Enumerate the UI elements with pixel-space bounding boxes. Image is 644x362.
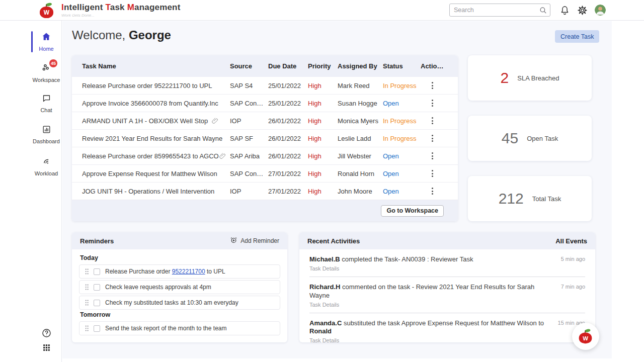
app-logo-icon: W [579, 329, 593, 344]
create-task-button[interactable]: Create Task [555, 30, 599, 43]
help-icon [41, 331, 52, 340]
search-icon[interactable] [539, 6, 547, 15]
search-input[interactable] [450, 7, 539, 14]
column-header: Task Name [82, 62, 230, 70]
column-header: Due Date [268, 62, 308, 70]
user-avatar[interactable] [595, 5, 606, 16]
priority-cell: High [308, 188, 338, 195]
alarm-add-icon [230, 236, 237, 245]
due-date-cell: 27/01/2022 [268, 170, 308, 177]
recent-activities-panel: Recent Activities All Events Michael.B c… [299, 232, 595, 342]
task-name-cell: Approve Expense Request for Matthew Wils… [82, 170, 230, 177]
assigned-by-cell: John Moore [338, 188, 383, 195]
top-header: W Intelligent Task Management Work Gets … [0, 0, 644, 21]
app-logo-icon: W [39, 3, 54, 19]
reminder-item[interactable]: Check my substituted tasks at 10:30 am e… [79, 296, 280, 310]
due-date-cell: 25/01/2022 [268, 100, 308, 107]
column-header: Source [230, 62, 268, 70]
sidebar-item-home[interactable]: Home [31, 32, 61, 52]
assigned-by-cell: Mark Reed [338, 82, 383, 89]
table-row[interactable]: Approve Invoice 3566000078 from Quantify… [72, 95, 458, 112]
table-row[interactable]: JOG UNIT 9H - Operations / Well Interven… [72, 183, 458, 200]
row-actions-kebab-icon[interactable] [429, 98, 436, 109]
floating-assistant-button[interactable]: W [572, 323, 599, 350]
drag-handle-icon[interactable] [85, 284, 89, 291]
status-cell: In Progress [383, 117, 421, 125]
column-header: Actions [421, 62, 448, 70]
due-date-cell: 26/01/2022 [268, 117, 308, 125]
activities-list: Michael.B completed the Task- AN0039 : R… [299, 249, 595, 342]
task-name-cell: Release Purchase order 8599655423 to AGC… [82, 152, 230, 160]
reminder-checkbox[interactable] [94, 268, 100, 275]
task-table-body: Release Purchase order 9522211700 to UPL… [72, 77, 458, 200]
source-cell: SAP Concur [230, 100, 268, 107]
task-name-cell: Review 2021 Year End Results for Sarah W… [82, 135, 230, 142]
row-actions-kebab-icon[interactable] [429, 168, 436, 179]
help-button[interactable] [31, 328, 61, 340]
row-actions-kebab-icon[interactable] [429, 115, 436, 126]
table-row[interactable]: Review 2021 Year End Results for Sarah W… [72, 130, 458, 147]
drag-handle-icon[interactable] [85, 325, 89, 332]
row-actions-kebab-icon[interactable] [429, 150, 436, 161]
source-cell: SAP SF [230, 135, 268, 142]
stat-card-total-task[interactable]: 212Total Task [468, 176, 592, 221]
sidebar-item-dashboard[interactable]: Dashboard [31, 125, 61, 144]
sidebar-item-label: Chat [31, 107, 61, 113]
column-header: Priority [308, 62, 338, 70]
task-name-cell: JOG UNIT 9H - Operations / Well Interven… [82, 188, 230, 195]
sidebar-item-chat[interactable]: Chat [31, 94, 61, 113]
drag-handle-icon[interactable] [85, 268, 89, 275]
table-row[interactable]: Release Purchase order 8599655423 to AGC… [72, 147, 458, 165]
attachment-paperclip-icon[interactable] [211, 117, 219, 125]
reminder-order-link[interactable]: 9522211700 [172, 268, 205, 275]
stat-card-open-task[interactable]: 45Open Task [468, 116, 592, 161]
assigned-by-cell: Susan Hogge [338, 100, 383, 107]
task-details-link[interactable]: Task Details [309, 302, 585, 308]
apps-launcher-button[interactable] [31, 343, 61, 354]
add-reminder-button[interactable]: Add Reminder [230, 236, 279, 245]
table-row[interactable]: Approve Expense Request for Matthew Wils… [72, 165, 458, 183]
activity-text: Amanda.C substituted the task Approve Ex… [309, 319, 551, 336]
reminder-item[interactable]: Check leave requests approvals at 4pm [79, 280, 280, 294]
settings-gear-icon[interactable] [577, 5, 588, 16]
stat-card-sla-breached[interactable]: 2SLA Breached [468, 55, 592, 101]
task-name-cell: ARMAND UNIT A 1H - OBX/OBX Well Stop [82, 117, 230, 125]
task-details-link[interactable]: Task Details [309, 265, 585, 272]
status-cell: Open [383, 152, 421, 160]
stat-value: 45 [502, 130, 518, 147]
actions-cell [421, 98, 448, 109]
reminder-item[interactable]: Release Purchase order 9522211700 to UPL [79, 264, 280, 279]
table-row[interactable]: ARMAND UNIT A 1H - OBX/OBX Well StopIOP2… [72, 112, 458, 130]
row-actions-kebab-icon[interactable] [429, 186, 436, 197]
sidebar-item-label: Home [31, 46, 61, 52]
table-row[interactable]: Release Purchase order 9522211700 to UPL… [72, 77, 458, 95]
sidebar-item-label: Workspace [31, 77, 61, 83]
reminder-checkbox[interactable] [94, 325, 100, 332]
reminder-text: Check my substituted tasks at 10:30 am e… [105, 299, 238, 306]
stat-label: Total Task [532, 195, 561, 203]
actions-cell [421, 133, 448, 144]
attachment-paperclip-icon[interactable] [219, 152, 226, 160]
priority-cell: High [308, 135, 338, 142]
reminder-item[interactable]: Send the task report of the month to the… [79, 321, 280, 335]
notifications-bell-icon[interactable] [559, 5, 570, 16]
priority-cell: High [308, 117, 338, 125]
go-to-workspace-button[interactable]: Go to Workspace [381, 205, 444, 217]
column-header: Status [383, 62, 421, 70]
due-date-cell: 25/01/2022 [268, 82, 308, 89]
task-details-link[interactable]: Task Details [309, 337, 585, 342]
app-title: Intelligent Task Management [61, 3, 181, 13]
task-name-cell: Release Purchase order 9522211700 to UPL [82, 82, 230, 89]
drag-handle-icon[interactable] [85, 299, 89, 306]
sidebar-item-workload[interactable]: Workload [31, 156, 61, 176]
reminder-checkbox[interactable] [94, 284, 100, 291]
stat-label: SLA Breached [517, 74, 559, 82]
all-events-link[interactable]: All Events [555, 237, 587, 245]
actions-cell [421, 80, 448, 91]
due-date-cell: 26/01/2022 [268, 135, 308, 142]
row-actions-kebab-icon[interactable] [429, 133, 436, 144]
sidebar-item-workspace[interactable]: 45 Workspace [31, 63, 61, 83]
reminder-checkbox[interactable] [94, 300, 100, 306]
row-actions-kebab-icon[interactable] [429, 80, 436, 91]
sidebar-item-label: Workload [31, 170, 61, 176]
